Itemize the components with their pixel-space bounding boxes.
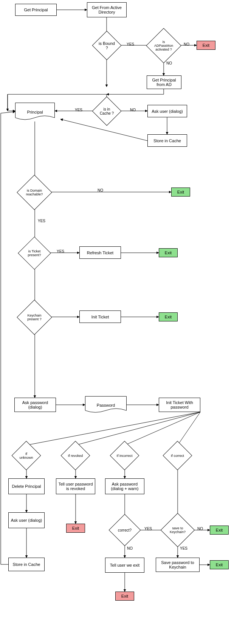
node-get-principal-ad: Get Principal from AD <box>147 75 181 89</box>
node-if-revoked: If revoked <box>65 445 86 466</box>
label: Init Ticket With password <box>160 400 199 409</box>
node-store-cache-2: Store in Cache <box>8 558 45 571</box>
label: is Ticket present? <box>23 249 46 257</box>
label: is Domain reachable? <box>22 189 47 196</box>
edge-label-no: NO <box>197 527 203 531</box>
node-store-cache-1: Store in Cache <box>147 134 187 147</box>
node-exit-2: Exit <box>171 188 190 197</box>
label: If correct <box>169 454 186 458</box>
label: Exit <box>165 315 172 319</box>
label: is ADPassMon activated ? <box>151 40 176 51</box>
label: Store in Cache <box>13 562 40 567</box>
label: Init Ticket <box>91 315 109 319</box>
node-get-principal: Get Principal <box>15 4 57 16</box>
edge-label-no: NO <box>98 188 103 192</box>
node-exit-7: Exit <box>210 560 229 569</box>
label: Refresh Ticket <box>87 251 113 255</box>
node-ask-password: Ask password (dialog) <box>14 398 56 412</box>
label: Tell user we exit <box>110 563 139 567</box>
node-if-correct: If correct <box>167 445 188 466</box>
edge-label-no: NO <box>166 61 172 65</box>
label: Exit <box>177 190 184 194</box>
node-exit-5: Exit <box>66 524 85 533</box>
node-password: Password <box>85 396 127 414</box>
node-is-bound: is Bound ? <box>96 35 117 56</box>
node-tell-revoked: Tell user password is revoked <box>56 478 95 494</box>
node-save-to-keychain: save to Keychain? <box>166 518 190 542</box>
edge-label-no: NO <box>127 546 133 550</box>
edge-label-yes: YES <box>38 219 45 223</box>
label: Exit <box>203 43 209 48</box>
label: Get Principal <box>24 8 48 12</box>
node-init-ticket-pwd: Init Ticket With password <box>159 398 200 412</box>
edge-label-yes: YES <box>144 527 152 531</box>
node-keychain-present: Keychain present ? <box>22 305 47 330</box>
flowchart-canvas: Get Principal Get From Active Directory … <box>0 0 237 644</box>
edge-label-yes: YES <box>75 108 82 112</box>
label: Exit <box>72 526 79 530</box>
node-exit-6: Exit <box>210 526 229 535</box>
label: If unknown <box>16 452 37 460</box>
label: Principal <box>27 110 43 114</box>
node-get-from-ad: Get From Active Directory <box>87 2 127 17</box>
node-principal: Principal <box>15 103 55 121</box>
node-is-in-cache: is in Cache ? <box>96 101 117 121</box>
node-is-adpassmon: is ADPassMon activated ? <box>151 33 176 58</box>
label: Ask user (dialog) <box>152 109 183 114</box>
node-is-ticket: is Ticket present? <box>23 241 46 265</box>
edge-label-yes: YES <box>180 546 187 550</box>
node-delete-principal: Delete Principal <box>8 478 45 494</box>
label: Delete Principal <box>12 484 41 489</box>
edge-label-no: NO <box>184 42 189 46</box>
label: Exit <box>165 251 172 255</box>
node-refresh-ticket: Refresh Ticket <box>79 246 121 259</box>
node-correct: correct? <box>113 519 136 541</box>
label: Exit <box>216 528 223 532</box>
edge-label-yes: YES <box>127 42 134 46</box>
node-exit-1: Exit <box>197 41 215 50</box>
label: If revoked <box>66 454 85 458</box>
label: If incorrect <box>114 454 135 458</box>
node-exit-3: Exit <box>159 248 178 257</box>
label: Tell user password is revoked <box>57 482 94 491</box>
label: Get Principal from AD <box>148 78 180 87</box>
node-ask-password-warn: Ask password (dialog + warn) <box>105 478 144 494</box>
label: correct? <box>116 528 134 532</box>
label: is Bound ? <box>96 41 117 50</box>
label: save to Keychain? <box>166 526 190 534</box>
node-ask-user-2: Ask user (dialog) <box>8 512 45 528</box>
label: is in Cache ? <box>96 107 117 115</box>
label: Keychain present ? <box>22 314 47 321</box>
node-is-domain: is Domain reachable? <box>22 180 47 205</box>
label: Ask password (dialog) <box>15 400 55 409</box>
label: Ask user (dialog) <box>11 518 42 523</box>
label: Save password to Keychain <box>157 560 198 569</box>
label: Exit <box>121 594 128 598</box>
label: Get From Active Directory <box>88 5 125 14</box>
edge-label-no: NO <box>130 108 136 112</box>
node-init-ticket: Init Ticket <box>79 310 121 323</box>
edge-label-yes: YES <box>57 249 64 254</box>
node-exit-4: Exit <box>159 312 178 321</box>
node-tell-user-exit: Tell user we exit <box>105 558 144 573</box>
label: Password <box>97 403 115 407</box>
node-ask-user-1: Ask user (dialog) <box>147 105 187 117</box>
node-save-password-keychain: Save password to Keychain <box>156 558 200 572</box>
node-if-incorrect: If incorrect <box>114 445 135 466</box>
node-if-unknown: If unknown <box>16 445 37 466</box>
node-exit-8: Exit <box>115 592 134 601</box>
label: Ask password (dialog + warn) <box>106 482 143 491</box>
label: Store in Cache <box>153 138 181 143</box>
label: Exit <box>216 563 223 567</box>
